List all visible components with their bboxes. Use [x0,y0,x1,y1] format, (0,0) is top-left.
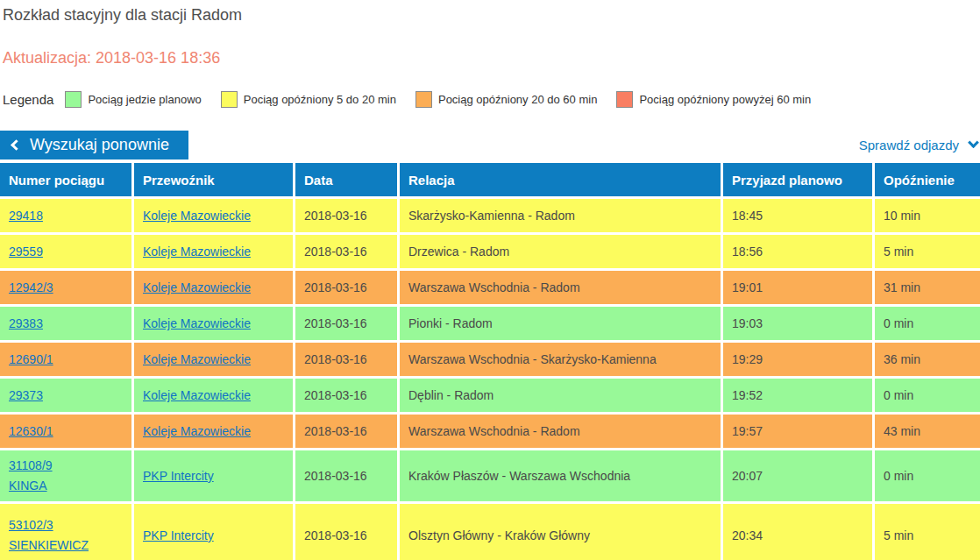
arrival-cell: 19:29 [723,343,872,376]
relation-cell: Warszawa Wschodnia - Radom [400,415,721,448]
train-number-link[interactable]: 29383 [9,314,43,334]
carrier-link[interactable]: PKP Intercity [143,469,214,483]
train-number-cell: 29373 [0,379,131,412]
delay-cell: 5 min [875,504,980,560]
carrier-link[interactable]: Koleje Mazowieckie [143,388,251,402]
chevron-left-icon [11,139,22,151]
carrier-cell: Koleje Mazowieckie [134,343,293,376]
train-name-link[interactable]: KINGA [9,476,47,496]
toolbar: Wyszukaj ponownie Sprawdź odjazdy [0,131,980,159]
delay-cell: 10 min [875,199,980,232]
table-row: 29559 Koleje Mazowieckie 2018-03-16 Drze… [0,235,980,268]
col-header-train-number: Numer pociągu [0,163,131,196]
carrier-cell: Koleje Mazowieckie [134,379,293,412]
col-header-planned-arrival: Przyjazd planowo [723,163,872,196]
check-departures-label: Sprawdź odjazdy [859,138,959,152]
delay-cell: 31 min [875,271,980,304]
chevron-down-icon [968,137,979,148]
table-row: 29383 Koleje Mazowieckie 2018-03-16 Pion… [0,307,980,340]
train-number-cell: 53102/3SIENKIEWICZ [0,504,131,560]
col-header-relation: Relacja [400,163,721,196]
date-cell: 2018-03-16 [295,307,397,340]
train-number-link[interactable]: 12630/1 [9,422,53,442]
train-number-link[interactable]: 29373 [9,386,43,406]
delay-cell: 0 min [875,307,980,340]
table-row: 12690/1 Koleje Mazowieckie 2018-03-16 Wa… [0,343,980,376]
col-header-date: Data [295,163,397,196]
arrival-cell: 18:56 [723,235,872,268]
train-number-link[interactable]: 12690/1 [9,350,53,370]
train-name-link[interactable]: SIENKIEWICZ [9,535,89,556]
arrival-cell: 18:45 [723,199,872,232]
legend-item-label: Pociąg opóźniony 5 do 20 min [244,93,396,106]
date-cell: 2018-03-16 [295,415,397,448]
train-number-link[interactable]: 31108/9 [9,456,53,476]
legend-item-label: Pociąg opóźniony powyżej 60 min [639,93,811,106]
delay-cell: 5 min [875,235,980,268]
date-cell: 2018-03-16 [295,235,397,268]
train-number-cell: 12690/1 [0,343,131,376]
train-number-link[interactable]: 53102/3 [9,515,53,535]
table-row: 53102/3SIENKIEWICZ PKP Intercity 2018-03… [0,504,980,560]
col-header-carrier: Przewoźnik [134,163,293,196]
train-number-link[interactable]: 29418 [9,206,43,226]
arrival-cell: 19:03 [723,307,872,340]
date-cell: 2018-03-16 [295,271,397,304]
relation-cell: Dęblin - Radom [400,379,721,412]
orange-status-swatch-icon [415,91,432,108]
legend-item-delay-20-60: Pociąg opóźniony 20 do 60 min [415,91,597,108]
train-number-link[interactable]: 29559 [9,242,43,262]
relation-cell: Olsztyn Główny - Kraków Główny [400,504,721,560]
carrier-cell: Koleje Mazowieckie [134,307,293,340]
yellow-status-swatch-icon [221,91,238,108]
train-number-cell: 29559 [0,235,131,268]
table-header-row: Numer pociągu Przewoźnik Data Relacja Pr… [0,163,980,196]
legend-item-delay-over-60: Pociąg opóźniony powyżej 60 min [616,91,811,108]
page-title: Rozkład stacyjny dla stacji Radom [0,0,980,25]
train-number-cell: 12630/1 [0,415,131,448]
train-number-link[interactable]: 12942/3 [9,278,53,298]
carrier-link[interactable]: Koleje Mazowieckie [143,245,251,259]
green-status-swatch-icon [65,91,82,108]
search-again-button[interactable]: Wyszukaj ponownie [0,131,188,159]
carrier-link[interactable]: Koleje Mazowieckie [143,209,251,223]
carrier-link[interactable]: Koleje Mazowieckie [143,424,251,438]
legend-item-label: Pociąg opóźniony 20 do 60 min [438,93,597,106]
search-again-label: Wyszukaj ponownie [30,136,169,154]
legend-label: Legenda [3,92,53,107]
carrier-link[interactable]: Koleje Mazowieckie [143,280,251,294]
legend-item-on-time: Pociąg jedzie planowo [65,91,201,108]
carrier-cell: PKP Intercity [134,504,293,560]
arrival-cell: 19:52 [723,379,872,412]
carrier-link[interactable]: Koleje Mazowieckie [143,352,251,366]
arrival-cell: 19:57 [723,415,872,448]
legend: Legenda Pociąg jedzie planowo Pociąg opó… [3,91,980,108]
legend-item-label: Pociąg jedzie planowo [88,93,201,106]
carrier-cell: Koleje Mazowieckie [134,199,293,232]
delay-cell: 0 min [875,450,980,501]
date-cell: 2018-03-16 [295,199,397,232]
train-number-cell: 29383 [0,307,131,340]
date-cell: 2018-03-16 [295,343,397,376]
carrier-cell: Koleje Mazowieckie [134,415,293,448]
carrier-cell: Koleje Mazowieckie [134,271,293,304]
train-number-cell: 12942/3 [0,271,131,304]
table-row: 29373 Koleje Mazowieckie 2018-03-16 Dębl… [0,379,980,412]
col-header-delay: Opóźnienie [875,163,980,196]
date-cell: 2018-03-16 [295,379,397,412]
arrivals-table: Numer pociągu Przewoźnik Data Relacja Pr… [0,160,980,560]
check-departures-link[interactable]: Sprawdź odjazdy [859,138,977,152]
train-number-cell: 31108/9KINGA [0,450,131,501]
arrival-cell: 19:01 [723,271,872,304]
carrier-link[interactable]: PKP Intercity [143,528,214,542]
delay-cell: 0 min [875,379,980,412]
table-row: 12942/3 Koleje Mazowieckie 2018-03-16 Wa… [0,271,980,304]
carrier-cell: Koleje Mazowieckie [134,235,293,268]
table-row: 31108/9KINGA PKP Intercity 2018-03-16 Kr… [0,450,980,501]
relation-cell: Warszawa Wschodnia - Skarżysko-Kamienna [400,343,721,376]
update-timestamp: Aktualizacja: 2018-03-16 18:36 [3,49,980,67]
timetable-container: Numer pociągu Przewoźnik Data Relacja Pr… [0,160,980,560]
carrier-link[interactable]: Koleje Mazowieckie [143,316,251,330]
station-timetable-page: Rozkład stacyjny dla stacji Radom Aktual… [0,0,980,560]
table-row: 29418 Koleje Mazowieckie 2018-03-16 Skar… [0,199,980,232]
